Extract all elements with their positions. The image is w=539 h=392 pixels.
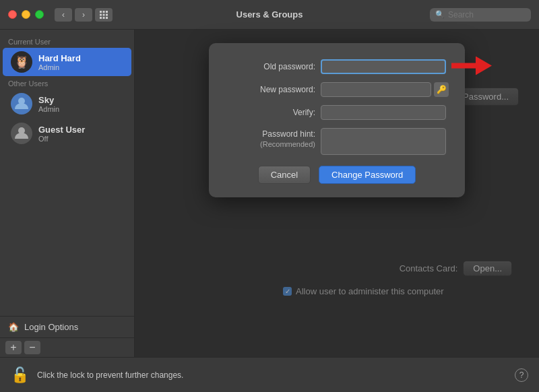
svg-rect-4: [103, 13, 105, 15]
new-password-input[interactable]: [321, 82, 431, 97]
user-name-sky: Sky: [38, 95, 59, 105]
traffic-lights: [8, 10, 44, 19]
change-password-button[interactable]: Change Password: [319, 166, 416, 184]
user-role-sky: Admin: [38, 105, 59, 113]
minimize-button[interactable]: [22, 10, 30, 19]
forward-button[interactable]: ›: [75, 8, 92, 22]
svg-rect-1: [103, 11, 105, 13]
svg-rect-2: [106, 11, 108, 13]
remove-user-button[interactable]: −: [24, 341, 40, 354]
cancel-button[interactable]: Cancel: [258, 166, 311, 184]
verify-label: Verify:: [228, 108, 315, 117]
user-info-guest: Guest User Off: [38, 125, 85, 143]
dialog-overlay: Old password: New password:: [135, 30, 539, 357]
svg-rect-0: [100, 11, 102, 13]
user-name-hardhard: Hard Hard: [38, 53, 81, 63]
svg-rect-6: [100, 17, 102, 19]
user-info-hardhard: Hard Hard Admin: [38, 53, 81, 71]
svg-rect-5: [106, 13, 108, 15]
hint-textarea[interactable]: [321, 128, 446, 155]
other-users-label: Other Users: [0, 77, 134, 89]
bottom-bar: 🔓 Click the lock to prevent further chan…: [0, 357, 539, 392]
avatar-guest: [11, 123, 32, 144]
avatar-hardhard: 🦉: [11, 51, 32, 73]
old-password-row: Old password:: [228, 59, 446, 74]
login-options-button[interactable]: 🏠 Login Options: [0, 316, 134, 337]
add-user-button[interactable]: +: [5, 341, 22, 354]
key-button[interactable]: 🔑: [434, 82, 449, 97]
sidebar-item-guest[interactable]: Guest User Off: [3, 119, 131, 148]
login-options-label: Login Options: [24, 322, 78, 332]
old-password-label: Old password:: [228, 62, 315, 71]
hint-row: Password hint: (Recommended): [228, 128, 446, 155]
user-info-sky: Sky Admin: [38, 95, 59, 113]
avatar-sky: [11, 93, 32, 115]
back-button[interactable]: ‹: [55, 8, 72, 22]
maximize-button[interactable]: [35, 10, 44, 19]
svg-rect-3: [100, 13, 102, 15]
lock-icon[interactable]: 🔓: [11, 366, 29, 384]
sidebar: Current User 🦉 Hard Hard Admin Other Use…: [0, 30, 135, 357]
svg-marker-11: [451, 57, 492, 75]
user-name-guest: Guest User: [38, 125, 85, 135]
search-icon: 🔍: [435, 10, 445, 19]
change-password-dialog: Old password: New password:: [209, 43, 465, 197]
sidebar-item-sky[interactable]: Sky Admin: [3, 90, 131, 118]
lock-text: Click the lock to prevent further change…: [37, 370, 183, 380]
grid-button[interactable]: [95, 8, 113, 22]
search-box[interactable]: 🔍: [430, 8, 531, 22]
new-password-row: New password: 🔑: [228, 82, 446, 97]
search-input[interactable]: [448, 10, 522, 20]
nav-buttons: ‹ ›: [55, 8, 92, 22]
titlebar: ‹ › Users & Groups 🔍: [0, 0, 539, 30]
sidebar-item-hardhard[interactable]: 🦉 Hard Hard Admin: [3, 48, 131, 76]
current-user-label: Current User: [0, 35, 134, 47]
add-remove-bar: + −: [0, 337, 134, 357]
help-button[interactable]: ?: [515, 368, 528, 382]
new-password-label: New password:: [228, 85, 315, 94]
new-password-field-wrapper: 🔑: [321, 82, 449, 97]
user-role-guest: Off: [38, 135, 85, 143]
red-arrow-indicator: [451, 57, 492, 77]
main-layout: Current User 🦉 Hard Hard Admin Other Use…: [0, 30, 539, 357]
window-title: Users & Groups: [236, 9, 303, 20]
verify-row: Verify:: [228, 105, 446, 120]
old-password-input[interactable]: [321, 59, 446, 74]
hint-label: Password hint:: [228, 129, 315, 139]
verify-input[interactable]: [321, 105, 446, 120]
close-button[interactable]: [8, 10, 17, 19]
svg-rect-7: [103, 17, 105, 19]
svg-rect-8: [106, 17, 108, 19]
content-area: hange Password... Old password:: [135, 30, 539, 357]
user-role-hardhard: Admin: [38, 63, 81, 71]
hint-sublabel: (Recommended): [228, 140, 315, 148]
dialog-buttons: Cancel Change Password: [228, 166, 446, 184]
house-icon: 🏠: [8, 322, 19, 332]
